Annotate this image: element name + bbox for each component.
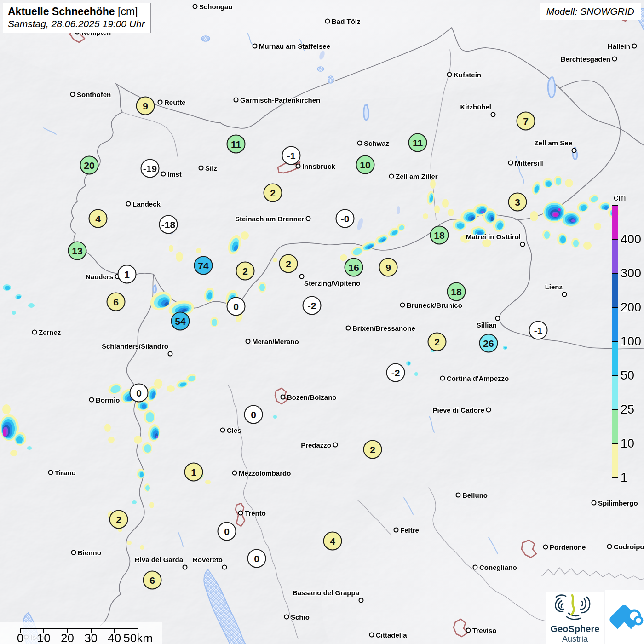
city-marker (220, 428, 225, 433)
station-value-bubble: -18 (159, 215, 178, 234)
city-label: Sterzing/Vipiteno (304, 279, 360, 287)
station-value-bubble: -0 (336, 209, 355, 228)
city-marker (359, 598, 364, 603)
city-marker (495, 316, 500, 321)
scale-tick-label: 20 (61, 631, 74, 644)
station-value-bubble: 13 (68, 242, 87, 260)
city-label: Landeck (132, 200, 161, 208)
city-marker (158, 100, 163, 105)
station-value-bubble: 6 (107, 293, 126, 311)
city-label: Codroipo (614, 543, 644, 551)
city-label: Predazzo (301, 441, 331, 449)
station-value-bubble: 11 (227, 135, 246, 154)
snow-spot (583, 242, 592, 250)
snow-depth-map: SchongauBad TölzMurnau am StaffelseeKemp… (0, 0, 644, 644)
legend-segment: 200 (612, 273, 618, 308)
city-marker (447, 72, 452, 77)
station-value-bubble: 0 (247, 549, 266, 568)
legend-tick-label: 10 (621, 437, 634, 451)
scale-bar-line (20, 628, 138, 629)
snow-spot (127, 540, 132, 545)
city-label: Sonthofen (77, 91, 111, 98)
legend-tick-label: 100 (621, 334, 641, 349)
city-marker (232, 471, 237, 476)
station-value-bubble: 2 (109, 510, 128, 529)
city-label: Cittadella (376, 631, 407, 639)
scale-tick-label: 50km (123, 631, 153, 644)
model-label: Modell: SNOWGRID (540, 3, 641, 20)
city-label: Trento (245, 509, 266, 517)
station-value-bubble: 2 (264, 184, 282, 202)
geosphere-logo-icon (546, 592, 604, 623)
station-value-bubble: 11 (408, 133, 427, 152)
station-value-bubble: 0 (227, 297, 246, 316)
map-datetime: Samstag, 28.06.2025 19:00 Uhr (8, 18, 145, 29)
city-label: Bassano del Grappa (293, 589, 359, 597)
city-marker (161, 172, 166, 177)
city-marker (48, 470, 53, 475)
city-marker (357, 141, 362, 146)
city-marker (473, 565, 478, 570)
legend-tick-label: 300 (621, 266, 641, 281)
snow-spot (259, 284, 265, 291)
snow-spot (104, 424, 111, 432)
snow-spot (140, 472, 144, 477)
legend-tick-label: 1 (621, 471, 627, 485)
station-value-bubble: 20 (80, 156, 99, 175)
city-marker (222, 565, 227, 570)
city-marker (486, 408, 491, 413)
city-marker (253, 44, 258, 49)
city-marker (543, 545, 548, 550)
snow-spot (594, 223, 601, 230)
city-label: Brixen/Bressanone (352, 324, 415, 332)
geosphere-logo: GeoSphere Austria (546, 592, 604, 644)
city-marker (456, 493, 461, 498)
station-value-bubble: 10 (356, 155, 375, 174)
snow-spot (16, 436, 23, 443)
city-marker (346, 326, 351, 331)
city-label: Zernez (39, 328, 61, 336)
city-marker (193, 4, 198, 9)
city-marker (238, 511, 243, 516)
snow-spot (196, 248, 201, 253)
snow-spot (140, 545, 144, 550)
station-value-bubble: 16 (345, 258, 363, 277)
snow-spot (205, 480, 211, 484)
mountain-cloud-logo-icon (605, 590, 644, 644)
station-value-bubble: 54 (171, 312, 190, 331)
snow-depth-legend: 4003002001005025101 (612, 206, 618, 478)
snow-spot (212, 319, 217, 326)
city-label: Schwaz (364, 139, 389, 147)
map-title: Aktuelle Schneehöhe [cm] (8, 6, 145, 18)
city-marker (246, 339, 251, 344)
legend-segment: 50 (612, 341, 618, 376)
city-marker (572, 148, 577, 153)
snow-spot (448, 209, 454, 216)
snow-spot (546, 181, 552, 187)
snow-spot (553, 213, 558, 217)
city-label: Cles (227, 426, 242, 434)
snow-spot (167, 385, 175, 392)
station-value-bubble: -2 (386, 363, 405, 382)
legend-segment: 1 (612, 443, 618, 478)
snow-spot (150, 502, 154, 508)
city-marker (607, 544, 612, 549)
snow-spot (414, 372, 418, 376)
legend-segment: 100 (612, 307, 618, 342)
city-marker (325, 19, 330, 24)
snow-spot (5, 286, 10, 290)
city-label: Schlanders/Silandro (102, 342, 168, 350)
city-label: Treviso (472, 627, 497, 634)
map-title-unit: [cm] (118, 6, 138, 17)
station-value-bubble: 0 (130, 384, 149, 402)
snow-spot (560, 236, 566, 243)
snow-spot (442, 199, 448, 208)
city-label: Bozen/Bolzano (287, 393, 337, 401)
snow-spot (565, 179, 573, 187)
geosphere-logo-country: Austria (546, 634, 604, 644)
city-marker (296, 164, 301, 169)
snow-spot (176, 252, 183, 262)
snow-spot (558, 208, 561, 211)
scale-tick-label: 10 (37, 631, 51, 644)
station-value-bubble: 3 (508, 193, 527, 212)
